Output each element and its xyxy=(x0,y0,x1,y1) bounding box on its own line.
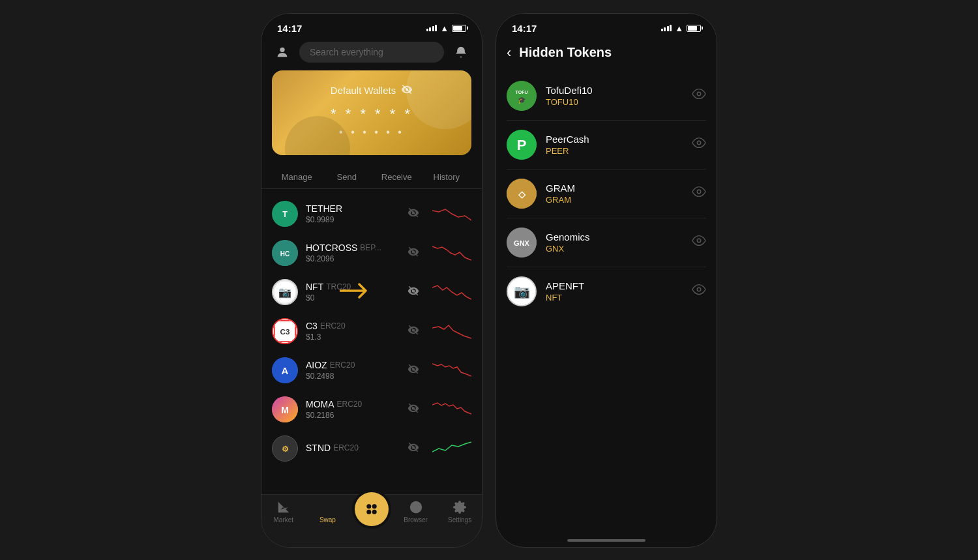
hidden-token-symbol: PEER xyxy=(546,146,683,156)
hidden-token-row[interactable]: P PeerCash PEER xyxy=(507,121,706,169)
nav-settings[interactable]: Settings xyxy=(437,500,482,534)
token-name: STND xyxy=(306,443,331,453)
signal-icon xyxy=(426,25,437,31)
search-bar[interactable]: Search everything xyxy=(299,42,444,63)
nav-market-label: Market xyxy=(274,516,294,523)
show-token-icon[interactable] xyxy=(692,282,706,300)
hidden-token-name: Genomics xyxy=(546,231,683,243)
svg-point-24 xyxy=(366,504,371,508)
nav-settings-label: Settings xyxy=(448,516,471,523)
notification-bell-icon[interactable] xyxy=(451,42,471,63)
token-hide-icon[interactable] xyxy=(408,246,419,260)
token-chart xyxy=(432,282,471,302)
token-row[interactable]: ⚙ STND ERC20 xyxy=(261,429,482,468)
token-name: TETHER xyxy=(306,203,342,214)
time-display: 14:17 xyxy=(277,23,302,34)
wallet-balance-dots: • • • • • • xyxy=(285,126,458,138)
svg-text:M: M xyxy=(281,404,289,415)
tab-receive[interactable]: Receive xyxy=(372,166,422,188)
token-chart xyxy=(432,243,471,263)
token-avatar: HC xyxy=(272,240,298,266)
tab-manage[interactable]: Manage xyxy=(272,166,322,188)
wifi-icon: ▲ xyxy=(440,23,449,33)
svg-text:📷: 📷 xyxy=(278,286,292,299)
nav-swap[interactable]: Swap xyxy=(306,500,350,534)
hidden-token-name: PeerCash xyxy=(546,134,683,145)
time-display-2: 14:17 xyxy=(512,23,537,34)
token-row[interactable]: C3 C3 ERC20 $1.3 xyxy=(261,312,482,351)
token-row[interactable]: M MOMA ERC20 $0.2186 xyxy=(261,390,482,429)
tab-history[interactable]: History xyxy=(422,166,472,188)
hidden-token-row[interactable]: GNX Genomics GNX xyxy=(507,218,706,267)
hidden-token-info: Genomics GNX xyxy=(546,231,683,254)
wallet-card: Default Wallets * * * * * * • • • • • • xyxy=(272,70,471,155)
wallet-screen: 14:17 ▲ Searc xyxy=(261,13,482,548)
svg-point-26 xyxy=(366,509,371,514)
show-token-icon[interactable] xyxy=(692,184,706,202)
token-row[interactable]: T TETHER $0.9989 xyxy=(261,194,482,233)
search-placeholder: Search everything xyxy=(310,47,383,57)
svg-point-45 xyxy=(697,287,701,291)
token-avatar: ⚙ xyxy=(272,435,298,462)
show-token-icon[interactable] xyxy=(692,87,706,104)
token-chart xyxy=(432,400,471,419)
hidden-token-name: TofuDefi10 xyxy=(546,85,683,96)
token-row[interactable]: A AIOZ ERC20 $0.2498 xyxy=(261,351,482,390)
back-button[interactable]: ‹ xyxy=(507,44,511,61)
show-token-icon[interactable] xyxy=(692,136,706,153)
svg-text:◇: ◇ xyxy=(518,189,526,199)
token-info: TETHER $0.9989 xyxy=(306,203,394,224)
nav-center-button[interactable] xyxy=(349,492,394,526)
hidden-token-info: APENFT NFT xyxy=(546,280,683,302)
token-name: HOTCROSS xyxy=(306,243,357,253)
token-hide-icon[interactable] xyxy=(408,324,419,338)
token-name: MOMA xyxy=(306,399,334,409)
tab-send[interactable]: Send xyxy=(322,166,372,188)
token-hide-icon[interactable] xyxy=(408,402,419,417)
svg-text:⚙: ⚙ xyxy=(282,445,289,454)
wallet-tabs: Manage Send Receive History xyxy=(261,166,482,189)
token-price: $0.2186 xyxy=(306,411,394,420)
token-avatar: T xyxy=(272,201,298,227)
token-price: $0.2096 xyxy=(306,254,394,263)
svg-text:A: A xyxy=(282,364,289,376)
token-info: STND ERC20 xyxy=(306,443,394,454)
token-avatar: C3 xyxy=(272,318,298,344)
nav-browser-label: Browser xyxy=(404,516,428,523)
hidden-token-row[interactable]: 📷 APENFT NFT xyxy=(507,267,706,316)
token-hide-icon[interactable] xyxy=(408,285,419,299)
token-hide-icon[interactable] xyxy=(408,441,419,456)
svg-text:TOFU: TOFU xyxy=(516,90,528,95)
svg-point-42 xyxy=(697,239,701,243)
page-header: ‹ Hidden Tokens xyxy=(496,39,717,72)
token-row[interactable]: HC HOTCROSS BEP... $0.2096 xyxy=(261,233,482,273)
token-avatar: ◇ xyxy=(507,179,537,209)
hidden-token-info: GRAM GRAM xyxy=(546,183,683,205)
nav-market[interactable]: Market xyxy=(261,500,306,534)
token-row[interactable]: 📷 NFT TRC20 $0 xyxy=(261,273,482,312)
token-avatar: M xyxy=(272,396,298,422)
svg-point-0 xyxy=(280,47,284,52)
token-hide-icon[interactable] xyxy=(408,363,419,377)
wifi-icon-2: ▲ xyxy=(675,23,683,33)
hidden-token-name: APENFT xyxy=(546,280,683,291)
nav-swap-label: Swap xyxy=(319,516,336,523)
user-profile-icon[interactable] xyxy=(272,42,293,63)
token-price: $1.3 xyxy=(306,332,394,342)
token-chart xyxy=(432,439,471,458)
status-bar-2: 14:17 ▲ xyxy=(496,14,717,39)
token-name: AIOZ xyxy=(306,360,327,370)
hidden-token-row[interactable]: ◇ GRAM GRAM xyxy=(507,169,706,218)
show-token-icon[interactable] xyxy=(692,233,706,251)
wallet-balance-masked: * * * * * * xyxy=(285,106,458,123)
token-hide-icon[interactable] xyxy=(408,207,419,221)
nav-browser[interactable]: Browser xyxy=(394,500,438,534)
hidden-token-row[interactable]: TOFU🎓 TofuDefi10 TOFU10 xyxy=(507,72,706,121)
hide-balance-icon[interactable] xyxy=(401,83,413,98)
svg-text:📷: 📷 xyxy=(514,284,531,299)
svg-point-33 xyxy=(697,92,701,96)
hidden-token-symbol: GNX xyxy=(546,244,683,254)
wallet-title: Default Wallets xyxy=(331,85,396,96)
home-indicator xyxy=(567,539,645,542)
token-chart xyxy=(432,321,471,341)
